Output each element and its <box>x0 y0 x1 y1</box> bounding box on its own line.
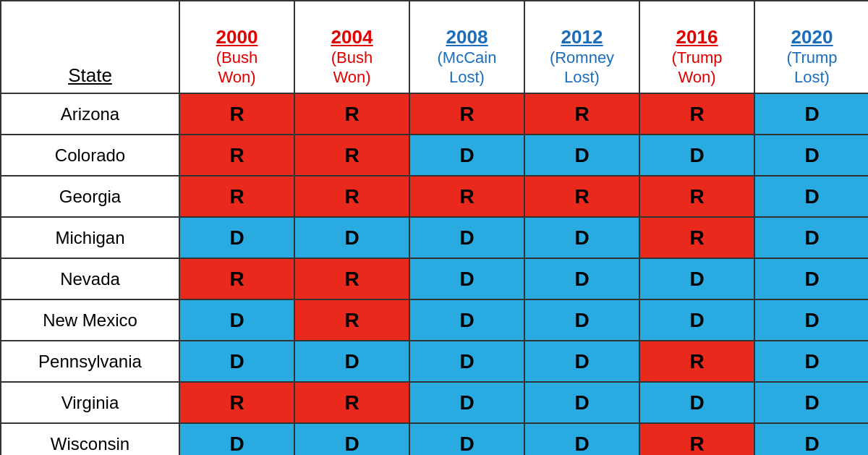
state-header: State <box>1 1 179 93</box>
state-cell: Virginia <box>1 382 179 423</box>
col-header-2000: 2000 (BushWon) <box>179 1 294 93</box>
vote-cell-6-0: D <box>179 341 294 382</box>
vote-cell-2-2: R <box>409 176 524 217</box>
header-row: State 2000 (BushWon) 2004 (BushWon) 2008… <box>1 1 868 93</box>
vote-cell-7-2: D <box>409 382 524 423</box>
table-row: New MexicoDRDDDD <box>1 299 868 341</box>
col-header-2008: 2008 (McCainLost) <box>409 1 524 93</box>
year-2020-sub: (TrumpLost) <box>786 48 837 85</box>
vote-cell-1-1: R <box>294 135 409 176</box>
year-2020: 2020 <box>791 26 833 48</box>
vote-cell-0-4: R <box>639 93 754 135</box>
vote-cell-1-2: D <box>409 135 524 176</box>
state-cell: Nevada <box>1 258 179 299</box>
year-2008-sub: (McCainLost) <box>438 48 497 85</box>
vote-cell-0-0: R <box>179 93 294 135</box>
table-row: VirginiaRRDDDD <box>1 382 868 423</box>
col-header-2020: 2020 (TrumpLost) <box>754 1 868 93</box>
vote-cell-0-1: R <box>294 93 409 135</box>
vote-cell-0-3: R <box>524 93 639 135</box>
vote-cell-2-0: R <box>179 176 294 217</box>
vote-cell-1-0: R <box>179 135 294 176</box>
vote-cell-0-5: D <box>754 93 868 135</box>
table-row: ArizonaRRRRRD <box>1 93 868 135</box>
year-2000: 2000 <box>216 26 258 48</box>
table-row: MichiganDDDDRD <box>1 217 868 258</box>
state-cell: Georgia <box>1 176 179 217</box>
vote-cell-4-0: R <box>179 258 294 299</box>
state-cell: Wisconsin <box>1 423 179 455</box>
vote-cell-1-5: D <box>754 135 868 176</box>
state-cell: Pennsylvania <box>1 341 179 382</box>
vote-cell-8-4: R <box>639 423 754 455</box>
col-header-2016: 2016 (TrumpWon) <box>639 1 754 93</box>
vote-cell-4-5: D <box>754 258 868 299</box>
vote-cell-7-3: D <box>524 382 639 423</box>
state-cell: New Mexico <box>1 299 179 341</box>
state-cell: Arizona <box>1 93 179 135</box>
vote-cell-2-1: R <box>294 176 409 217</box>
table-row: NevadaRRDDDD <box>1 258 868 299</box>
vote-cell-0-2: R <box>409 93 524 135</box>
vote-cell-3-3: D <box>524 217 639 258</box>
vote-cell-5-1: R <box>294 299 409 341</box>
vote-cell-5-3: D <box>524 299 639 341</box>
vote-cell-1-4: D <box>639 135 754 176</box>
year-2016-sub: (TrumpWon) <box>671 48 722 85</box>
vote-cell-3-5: D <box>754 217 868 258</box>
col-header-2004: 2004 (BushWon) <box>294 1 409 93</box>
vote-cell-8-2: D <box>409 423 524 455</box>
vote-cell-4-4: D <box>639 258 754 299</box>
vote-cell-3-1: D <box>294 217 409 258</box>
year-2004: 2004 <box>331 26 373 48</box>
vote-cell-2-5: D <box>754 176 868 217</box>
vote-cell-7-0: R <box>179 382 294 423</box>
table-row: PennsylvaniaDDDDRD <box>1 341 868 382</box>
vote-cell-6-1: D <box>294 341 409 382</box>
table-row: WisconsinDDDDRD <box>1 423 868 455</box>
year-2000-sub: (BushWon) <box>216 48 258 85</box>
year-2012-sub: (RomneyLost) <box>550 48 614 85</box>
vote-cell-8-5: D <box>754 423 868 455</box>
table-row: ColoradoRRDDDD <box>1 135 868 176</box>
vote-cell-7-1: R <box>294 382 409 423</box>
vote-cell-8-0: D <box>179 423 294 455</box>
vote-cell-5-5: D <box>754 299 868 341</box>
vote-cell-4-3: D <box>524 258 639 299</box>
vote-cell-1-3: D <box>524 135 639 176</box>
col-header-2012: 2012 (RomneyLost) <box>524 1 639 93</box>
year-2008: 2008 <box>446 26 488 48</box>
state-cell: Michigan <box>1 217 179 258</box>
vote-cell-7-4: D <box>639 382 754 423</box>
vote-cell-3-4: R <box>639 217 754 258</box>
vote-cell-7-5: D <box>754 382 868 423</box>
year-2016: 2016 <box>676 26 718 48</box>
vote-cell-5-4: D <box>639 299 754 341</box>
vote-cell-3-2: D <box>409 217 524 258</box>
vote-cell-6-2: D <box>409 341 524 382</box>
vote-cell-4-2: D <box>409 258 524 299</box>
vote-cell-2-4: R <box>639 176 754 217</box>
year-2004-sub: (BushWon) <box>331 48 373 85</box>
vote-cell-6-5: D <box>754 341 868 382</box>
vote-cell-6-4: R <box>639 341 754 382</box>
vote-cell-8-3: D <box>524 423 639 455</box>
year-2012: 2012 <box>561 26 603 48</box>
vote-cell-3-0: D <box>179 217 294 258</box>
vote-cell-4-1: R <box>294 258 409 299</box>
vote-cell-8-1: D <box>294 423 409 455</box>
vote-cell-2-3: R <box>524 176 639 217</box>
vote-cell-5-2: D <box>409 299 524 341</box>
table-row: GeorgiaRRRRRD <box>1 176 868 217</box>
vote-cell-6-3: D <box>524 341 639 382</box>
vote-cell-5-0: D <box>179 299 294 341</box>
state-label: State <box>68 64 112 86</box>
state-cell: Colorado <box>1 135 179 176</box>
